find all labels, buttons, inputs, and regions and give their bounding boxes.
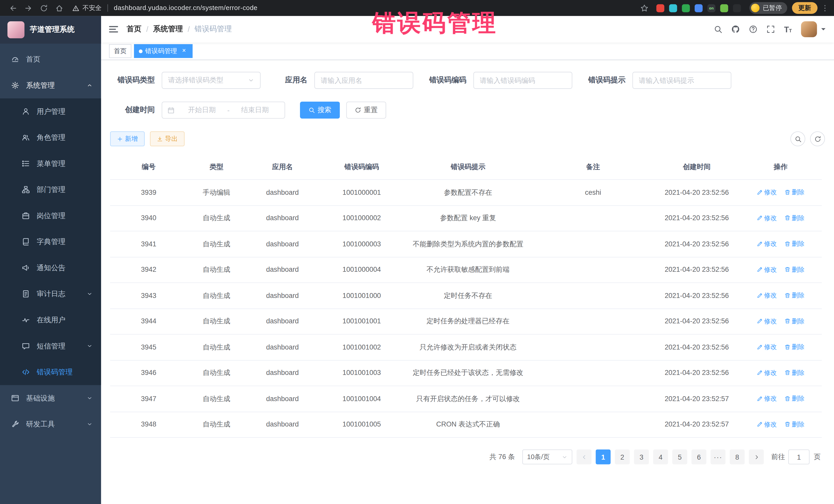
extension-icon[interactable] <box>682 4 690 12</box>
edit-link[interactable]: 修改 <box>756 238 777 249</box>
security-chip[interactable]: 不安全 <box>72 3 102 12</box>
refresh-table-button[interactable] <box>810 131 825 146</box>
tab-home[interactable]: 首页 <box>109 44 131 58</box>
search-submit-button[interactable]: 搜索 <box>300 102 340 118</box>
add-button[interactable]: 新增 <box>110 131 145 146</box>
page-button[interactable]: 2 <box>615 450 630 464</box>
edit-link[interactable]: 修改 <box>756 290 777 301</box>
sidebar-submenu-item[interactable]: 通知公告 <box>0 255 101 281</box>
fullscreen-button[interactable] <box>762 16 779 43</box>
sidebar-item[interactable]: 研发工具 <box>0 411 101 437</box>
delete-link[interactable]: 删除 <box>784 367 805 378</box>
edit-link[interactable]: 修改 <box>756 419 777 429</box>
table-row: 3948 自动生成 dashboard 1001001005 CRON 表达式不… <box>110 412 822 438</box>
forward-icon[interactable] <box>24 4 32 12</box>
cell-time: 2021-04-20 23:52:56 <box>654 180 739 205</box>
page-button[interactable]: 8 <box>730 450 745 464</box>
close-icon[interactable]: × <box>180 47 188 54</box>
app-name-input[interactable] <box>314 72 413 89</box>
extension-icon[interactable] <box>669 4 677 12</box>
page-button[interactable]: 4 <box>653 450 668 464</box>
extension-icon[interactable] <box>695 4 703 12</box>
avatar[interactable] <box>801 21 817 37</box>
caret-down-icon[interactable] <box>821 28 826 32</box>
link-label: 修改 <box>764 367 777 378</box>
menu-item-label: 通知公告 <box>37 263 65 272</box>
sidebar-submenu-item[interactable]: 菜单管理 <box>0 151 101 177</box>
sidebar-submenu-item[interactable]: 用户管理 <box>0 98 101 125</box>
next-page-button[interactable] <box>749 450 764 464</box>
delete-link[interactable]: 删除 <box>784 264 805 275</box>
profile-chip[interactable]: 已暂停 <box>749 2 787 14</box>
back-icon[interactable] <box>9 4 17 12</box>
delete-link[interactable]: 删除 <box>784 419 805 429</box>
edit-link[interactable]: 修改 <box>756 187 777 197</box>
export-button[interactable]: 导出 <box>150 131 185 146</box>
sidebar-toggle-icon[interactable] <box>109 26 118 32</box>
breadcrumb-home[interactable]: 首页 <box>127 24 141 34</box>
edit-link[interactable]: 修改 <box>756 264 777 275</box>
github-button[interactable] <box>726 16 744 43</box>
sidebar-submenu-item[interactable]: 短信管理 <box>0 333 101 359</box>
delete-link[interactable]: 删除 <box>784 290 805 301</box>
sidebar-item-home[interactable]: 首页 <box>0 46 101 72</box>
extension-icon[interactable] <box>733 4 741 12</box>
page-button[interactable]: ··· <box>710 450 725 464</box>
question-icon <box>749 25 757 34</box>
edit-icon <box>756 241 762 247</box>
tab-error-code[interactable]: 错误码管理 × <box>134 44 193 58</box>
home-icon[interactable] <box>56 4 63 12</box>
sidebar-item-system[interactable]: 系统管理 <box>0 72 101 98</box>
filter-row-1: 错误码类型 请选择错误码类型 应用名 错误码编码 错误码提示 <box>110 72 825 89</box>
reset-button[interactable]: 重置 <box>346 102 386 118</box>
reload-icon[interactable] <box>40 4 48 12</box>
page-button[interactable]: 3 <box>634 450 649 464</box>
breadcrumb-section[interactable]: 系统管理 <box>153 24 183 34</box>
edit-link[interactable]: 修改 <box>756 367 777 378</box>
page-size-select[interactable]: 10条/页 <box>522 450 572 464</box>
sidebar-item[interactable]: 基础设施 <box>0 385 101 411</box>
error-hint-input[interactable] <box>632 72 731 89</box>
error-code-input[interactable] <box>474 72 572 89</box>
edit-link[interactable]: 修改 <box>756 316 777 326</box>
cell-id: 3944 <box>110 308 187 334</box>
page-button[interactable]: 5 <box>672 450 687 464</box>
extension-icon[interactable] <box>720 4 728 12</box>
link-label: 修改 <box>764 290 777 301</box>
delete-link[interactable]: 删除 <box>784 213 805 223</box>
dashboard-icon <box>11 56 19 63</box>
edit-link[interactable]: 修改 <box>756 342 777 352</box>
sidebar-submenu-item[interactable]: 岗位管理 <box>0 203 101 229</box>
date-range-picker[interactable]: 开始日期 - 结束日期 <box>162 102 285 118</box>
font-size-button[interactable]: TT <box>780 16 797 43</box>
table-toolbar: 新增 导出 <box>110 131 825 146</box>
bookmark-star-icon[interactable] <box>640 4 649 12</box>
delete-link[interactable]: 删除 <box>784 187 805 197</box>
page-button[interactable]: 1 <box>596 450 611 464</box>
sidebar-submenu-item[interactable]: 错误码管理 <box>0 359 101 385</box>
url-text[interactable]: dashboard.yudao.iocoder.cn/system/error-… <box>114 4 258 12</box>
goto-page-input[interactable] <box>788 450 810 464</box>
page-button[interactable]: 6 <box>692 450 706 464</box>
show-search-toggle-button[interactable] <box>790 131 805 146</box>
edit-link[interactable]: 修改 <box>756 213 777 223</box>
sidebar-submenu-item[interactable]: 审计日志 <box>0 281 101 307</box>
sidebar-submenu-item[interactable]: 部门管理 <box>0 177 101 203</box>
search-button[interactable] <box>709 16 726 43</box>
app-logo[interactable]: 芋道管理系统 <box>0 16 101 44</box>
extension-icon[interactable] <box>656 4 664 12</box>
sidebar-submenu-item[interactable]: 角色管理 <box>0 125 101 151</box>
edit-link[interactable]: 修改 <box>756 393 777 404</box>
sidebar-submenu-item[interactable]: 字典管理 <box>0 229 101 255</box>
delete-link[interactable]: 删除 <box>784 316 805 326</box>
prev-page-button[interactable] <box>577 450 592 464</box>
delete-link[interactable]: 删除 <box>784 393 805 404</box>
delete-link[interactable]: 删除 <box>784 342 805 352</box>
update-button[interactable]: 更新 <box>792 2 817 14</box>
delete-link[interactable]: 删除 <box>784 238 805 249</box>
extension-icon[interactable]: on <box>707 4 716 12</box>
error-type-select[interactable]: 请选择错误码类型 <box>162 72 261 89</box>
sidebar-submenu-item[interactable]: 在线用户 <box>0 307 101 333</box>
help-button[interactable] <box>744 16 762 43</box>
browser-menu-icon[interactable]: ⋮ <box>821 4 829 12</box>
